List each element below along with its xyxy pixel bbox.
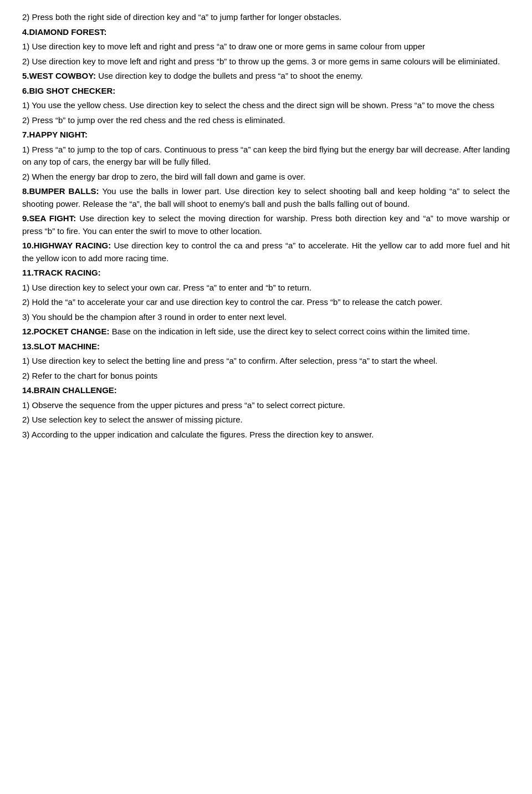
heading-track-racing: 11.TRACK RACING: [22,267,510,279]
slot-machine-1: 1) Use direction key to select the betti… [22,355,510,368]
highway-racing: 10.HIGHWAY RACING: Use direction key to … [22,240,510,264]
big-shot-2: 2) Press “b” to jump over the red chess … [22,114,510,127]
diamond-forest-2: 2) Use direction key to move left and ri… [22,55,510,68]
big-shot-1: 1) You use the yellow chess. Use directi… [22,99,510,112]
sea-fight: 9.SEA FIGHT: Use direction key to select… [22,212,510,237]
brain-challenge-2: 2) Use selection key to select the answe… [22,414,510,426]
heading-slot-machine: 13.SLOT MACHINE: [22,340,510,353]
pocket-change: 12.POCKET CHANGE: Base on the indication… [22,325,510,338]
heading-happy-night: 7.HAPPY NIGHT: [22,129,510,141]
main-content: 2) Press both the right side of directio… [22,11,510,441]
heading-brain-challenge: 14.BRAIN CHALLENGE: [22,384,510,397]
happy-night-2: 2) When the energy bar drop to zero, the… [22,171,510,184]
bumper-balls: 8.BUMPER BALLS: You use the balls in low… [22,185,510,210]
happy-night-1: 1) Press “a” to jump to the top of cars.… [22,144,510,169]
heading-west-cowboy: 5.WEST COWBOY: Use direction key to dodg… [22,70,510,83]
brain-challenge-1: 1) Observe the sequence from the upper p… [22,399,510,412]
slot-machine-2: 2) Refer to the chart for bonus points [22,370,510,383]
heading-diamond-forest: 4.DIAMOND FOREST: [22,26,510,39]
diamond-forest-1: 1) Use direction key to move left and ri… [22,40,510,53]
track-racing-1: 1) Use direction key to select your own … [22,282,510,294]
track-racing-3: 3) You should be the champion after 3 ro… [22,311,510,324]
brain-challenge-3: 3) According to the upper indication and… [22,429,510,441]
paragraph-intro: 2) Press both the right side of directio… [22,11,510,24]
track-racing-2: 2) Hold the “a” to accelerate your car a… [22,296,510,309]
heading-big-shot-checker: 6.BIG SHOT CHECKER: [22,85,510,98]
